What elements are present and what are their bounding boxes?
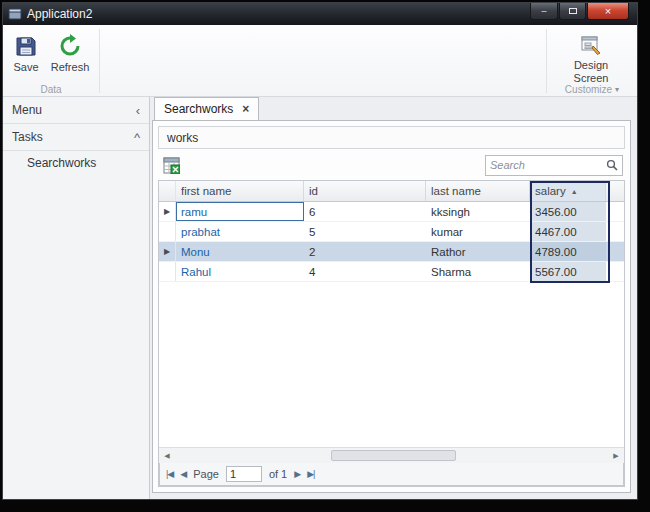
first-page-button[interactable]: |◀ [166, 469, 173, 479]
scroll-right-icon[interactable]: ▶ [608, 448, 624, 463]
table-row[interactable]: ▶ ramu 6 kksingh 3456.00 [159, 202, 624, 222]
cell-last-name[interactable]: Rathor [426, 242, 530, 261]
grid-toolbar [158, 152, 625, 180]
cell-salary[interactable]: 4789.00 [530, 242, 606, 261]
table-row[interactable]: Rahul 4 Sharma 5567.00 [159, 262, 624, 282]
application-window: Application2 – × Save [2, 2, 638, 500]
maximize-button[interactable] [559, 3, 586, 20]
page-number-input[interactable] [226, 466, 262, 482]
tab-searchworks[interactable]: Searchworks × [154, 97, 259, 120]
page-of-label: of 1 [269, 468, 287, 480]
main-area: Menu ‹ Tasks ^ Searchworks Searchworks × [3, 97, 637, 499]
page-label: Page [193, 468, 219, 480]
data-grid: first name id last name salary ▲ ▶ ramu … [158, 180, 625, 487]
header-indicator-cell [159, 181, 176, 201]
sidebar-menu-header[interactable]: Menu ‹ [3, 97, 149, 124]
minimize-button[interactable]: – [530, 3, 558, 20]
cell-salary[interactable]: 4467.00 [530, 222, 606, 241]
customize-group-label: Customize [565, 84, 612, 95]
cell-last-name[interactable]: Sharma [426, 262, 530, 281]
row-indicator-cell [159, 222, 176, 241]
header-filler-cell [606, 181, 624, 201]
row-filler-cell [606, 262, 624, 281]
previous-page-button[interactable]: ◀ [180, 469, 186, 479]
row-filler-cell [606, 242, 624, 261]
ribbon-group-separator [546, 29, 547, 93]
app-icon [8, 7, 22, 21]
panel-title: works [167, 131, 198, 145]
sort-ascending-icon: ▲ [571, 188, 578, 195]
column-header-salary[interactable]: salary ▲ [530, 181, 606, 201]
column-header-salary-label: salary [535, 185, 566, 197]
cell-first-name[interactable]: ramu [176, 202, 304, 221]
pager: |◀ ◀ Page of 1 ▶ ▶| [159, 463, 624, 486]
tab-close-icon[interactable]: × [242, 102, 249, 116]
save-icon [14, 34, 38, 58]
menu-label: Menu [12, 103, 42, 117]
horizontal-scrollbar[interactable]: ◀ ▶ [159, 447, 624, 463]
search-box[interactable] [485, 155, 623, 176]
row-indicator-icon: ▶ [159, 202, 176, 221]
title-bar[interactable]: Application2 – × [3, 3, 637, 25]
design-screen-icon [580, 34, 602, 56]
cell-salary[interactable]: 3456.00 [530, 202, 606, 221]
scrollbar-track[interactable] [175, 448, 608, 463]
row-filler-cell [606, 202, 624, 221]
row-indicator-icon: ▶ [159, 242, 176, 261]
sidebar-tasks-header[interactable]: Tasks ^ [3, 124, 149, 151]
cell-first-name[interactable]: prabhat [176, 222, 304, 241]
export-excel-icon [163, 157, 180, 174]
cell-first-name[interactable]: Monu [176, 242, 304, 261]
close-button[interactable]: × [587, 3, 629, 20]
content-area: Searchworks × works [150, 97, 637, 499]
column-header-first-name[interactable]: first name [176, 181, 304, 201]
minimize-icon: – [541, 6, 546, 16]
searchworks-panel: works [152, 120, 631, 493]
table-row[interactable]: ▶ Monu 2 Rathor 4789.00 [159, 242, 624, 262]
ribbon-group-separator [99, 29, 100, 93]
cell-last-name[interactable]: kumar [426, 222, 530, 241]
export-excel-button[interactable] [160, 154, 182, 176]
chevron-left-icon[interactable]: ‹ [136, 103, 140, 118]
ribbon: Save Refresh Data [3, 25, 637, 97]
design-screen-button[interactable]: Design Screen [565, 28, 617, 90]
maximize-icon [569, 8, 577, 14]
save-label: Save [13, 61, 38, 73]
works-group-header: works [158, 126, 625, 149]
refresh-button[interactable]: Refresh [46, 28, 94, 90]
chevron-up-icon[interactable]: ^ [134, 130, 140, 145]
search-icon[interactable] [606, 159, 618, 171]
last-page-button[interactable]: ▶| [307, 469, 314, 479]
cell-salary[interactable]: 5567.00 [530, 262, 606, 281]
table-row[interactable]: prabhat 5 kumar 4467.00 [159, 222, 624, 242]
tab-label: Searchworks [164, 102, 233, 116]
scrollbar-thumb[interactable] [331, 450, 457, 461]
window-title: Application2 [27, 7, 92, 21]
save-button[interactable]: Save [8, 28, 44, 90]
cell-id[interactable]: 5 [304, 222, 426, 241]
row-filler-cell [606, 222, 624, 241]
close-icon: × [605, 5, 611, 17]
refresh-label: Refresh [51, 61, 90, 73]
grid-header-row: first name id last name salary ▲ [159, 181, 624, 202]
chevron-down-icon[interactable]: ▾ [615, 85, 619, 94]
column-header-last-name[interactable]: last name [426, 181, 530, 201]
customize-group-caption: Customize ▾ [549, 84, 635, 95]
refresh-icon [58, 34, 82, 58]
tasks-label: Tasks [12, 130, 43, 144]
next-page-button[interactable]: ▶ [294, 469, 300, 479]
sidebar: Menu ‹ Tasks ^ Searchworks [3, 97, 150, 499]
cell-last-name[interactable]: kksingh [426, 202, 530, 221]
data-group-caption: Data [3, 84, 99, 95]
sidebar-item-searchworks[interactable]: Searchworks [3, 151, 149, 174]
grid-empty-area [159, 282, 624, 447]
tab-strip: Searchworks × [150, 97, 637, 120]
search-input[interactable] [490, 159, 606, 171]
design-screen-label: Design Screen [566, 59, 616, 85]
cell-first-name[interactable]: Rahul [176, 262, 304, 281]
cell-id[interactable]: 2 [304, 242, 426, 261]
cell-id[interactable]: 4 [304, 262, 426, 281]
cell-id[interactable]: 6 [304, 202, 426, 221]
column-header-id[interactable]: id [304, 181, 426, 201]
scroll-left-icon[interactable]: ◀ [159, 448, 175, 463]
